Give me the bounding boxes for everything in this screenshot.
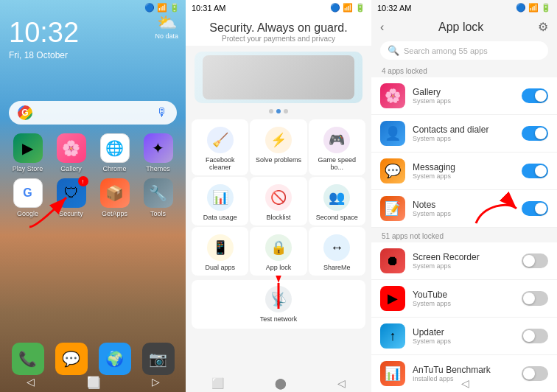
search-bar[interactable]: G 🎙: [9, 101, 177, 125]
home-screen: 🔵 📶 🔋 10:32 Fri, 18 October ⛅ No data G …: [0, 0, 186, 392]
al-app-messaging: 💬 Messaging System apps: [371, 153, 557, 190]
sec-item-applock[interactable]: 🔒 App lock: [250, 227, 306, 276]
second-space-label: Second space: [316, 214, 358, 221]
sec-item-facebook-cleaner[interactable]: 🧹 Facebook cleaner: [192, 119, 248, 175]
updater-toggle[interactable]: [522, 329, 548, 343]
app-gallery[interactable]: 🌸 Gallery: [52, 133, 91, 172]
al-status-icons: 🔵 📶 🔋: [516, 3, 551, 13]
dot-1: [269, 109, 273, 113]
app-play-store[interactable]: ▶ Play Store: [9, 133, 47, 172]
gallery-app-sub: System apps: [413, 97, 514, 105]
al-app-updater: ↑ Updater System apps: [371, 318, 557, 355]
sec-item-shareme[interactable]: ↔ ShareMe: [309, 227, 365, 276]
al-search-icon: 🔍: [388, 45, 399, 56]
gallery-toggle[interactable]: [522, 88, 548, 103]
al-status-bar: 10:32 AM 🔵 📶 🔋: [371, 0, 557, 15]
security-panel: 10:31 AM 🔵 📶 🔋 Security. Always on guard…: [186, 0, 371, 392]
app-tools[interactable]: 🔧 Tools: [139, 178, 178, 217]
al-header: ‹ App lock ⚙: [371, 15, 557, 38]
sec-status-bar: 10:31 AM 🔵 📶 🔋: [186, 0, 371, 15]
app-getapps[interactable]: 📦 GetApps: [96, 178, 134, 217]
youtube-info: YouTube System apps: [413, 290, 514, 307]
al-settings-icon[interactable]: ⚙: [538, 20, 548, 34]
app-row-2: G Google 🛡 ! Security 📦 GetApps 🔧 Tools: [0, 175, 186, 220]
weather-icon: ⛅: [155, 13, 178, 32]
gallery-label: Gallery: [60, 165, 82, 172]
app-security[interactable]: 🛡 ! Security: [52, 178, 91, 217]
messaging-app-sub: System apps: [413, 172, 514, 180]
google-label: Google: [17, 210, 38, 217]
youtube-icon: ▶: [380, 286, 405, 311]
al-app-notes: 📝 Notes System apps: [371, 190, 557, 228]
play-store-label: Play Store: [13, 165, 43, 172]
al-app-gallery: 🌸 Gallery System apps: [371, 77, 557, 115]
nav-recent[interactable]: ▷: [152, 376, 160, 388]
sec-subtitle: Protect your payments and privacy: [195, 35, 362, 43]
dock-browser[interactable]: 🌍: [96, 343, 134, 377]
al-unlocked-label: 51 apps not locked: [371, 228, 557, 242]
shareme-label: ShareMe: [323, 264, 351, 271]
sec-status-icons: 🔵 📶 🔋: [330, 3, 365, 13]
nav-back[interactable]: ◁: [27, 376, 35, 388]
screen-recorder-toggle[interactable]: [522, 253, 548, 268]
al-nav-recent[interactable]: ◁: [461, 377, 469, 389]
dual-apps-label: Dual apps: [205, 264, 235, 271]
sec-red-arrow: [260, 276, 297, 312]
app-themes[interactable]: ✦ Themes: [139, 133, 178, 172]
contacts-toggle[interactable]: [522, 126, 548, 141]
dock-phone[interactable]: 📞: [9, 343, 47, 377]
messaging-app-name: Messaging: [413, 162, 514, 172]
sec-item-second-space[interactable]: 👥 Second space: [309, 177, 365, 225]
home-nav-bar: ◁ ⬜ ▷: [0, 374, 186, 389]
dock-camera[interactable]: 📷: [139, 343, 178, 377]
mic-icon[interactable]: 🎙: [156, 106, 168, 119]
sec-items-grid: 🧹 Facebook cleaner ⚡ Solve problems 🎮 Ga…: [186, 116, 371, 279]
screen-recorder-info: Screen Recorder System apps: [413, 252, 514, 270]
app-row-1: ▶ Play Store 🌸 Gallery 🌐 Chrome ✦ Themes: [0, 130, 186, 175]
data-usage-label: Data usage: [203, 214, 237, 221]
sec-item-game-speed[interactable]: 🎮 Game speed bo...: [309, 119, 365, 175]
screen-recorder-icon: ⏺: [380, 248, 405, 273]
updater-name: Updater: [413, 327, 514, 337]
al-app-screen-recorder: ⏺ Screen Recorder System apps: [371, 242, 557, 280]
nav-home[interactable]: ⬜: [87, 376, 99, 388]
weather-label: No data: [155, 32, 178, 40]
app-google[interactable]: G Google: [9, 178, 47, 217]
home-status-icons: 🔵 📶 🔋: [144, 3, 180, 13]
al-back-icon[interactable]: ‹: [380, 21, 384, 34]
dock-messages[interactable]: 💬: [52, 343, 91, 377]
al-search-bar[interactable]: 🔍 Search among 55 apps: [380, 41, 548, 60]
updater-icon: ↑: [380, 323, 405, 349]
al-app-contacts: 👤 Contacts and dialer System apps: [371, 115, 557, 153]
notes-app-icon: 📝: [380, 196, 405, 221]
security-label: Security: [59, 210, 83, 217]
screen-recorder-name: Screen Recorder: [413, 252, 514, 262]
antutu-name: AnTuTu Benchmark: [413, 365, 514, 375]
facebook-cleaner-label: Facebook cleaner: [195, 156, 245, 171]
al-title: App lock: [390, 21, 532, 34]
dot-3: [284, 109, 288, 113]
al-red-arrow: [469, 190, 528, 227]
app-chrome[interactable]: 🌐 Chrome: [96, 133, 134, 172]
sec-item-blocklist[interactable]: 🚫 Blocklist: [250, 177, 306, 225]
youtube-name: YouTube: [413, 290, 514, 300]
security-badge: !: [78, 176, 88, 186]
sec-item-data-usage[interactable]: 📊 Data usage: [192, 177, 248, 225]
applock-panel: 10:32 AM 🔵 📶 🔋 ‹ App lock ⚙ 🔍 Search amo…: [371, 0, 557, 392]
themes-label: Themes: [146, 165, 170, 172]
sec-title: Security. Always on guard.: [195, 21, 362, 35]
al-search-placeholder: Search among 55 apps: [404, 46, 488, 55]
sec-item-dual-apps[interactable]: 📱 Dual apps: [192, 227, 248, 276]
messaging-toggle[interactable]: [522, 164, 548, 178]
sec-item-solve-problems[interactable]: ⚡ Solve problems: [250, 119, 306, 175]
youtube-toggle[interactable]: [522, 291, 548, 306]
google-logo: G: [18, 105, 32, 120]
messaging-app-icon: 💬: [380, 158, 405, 183]
chrome-label: Chrome: [102, 165, 126, 172]
sec-dots: [186, 109, 371, 113]
home-date: Fri, 18 October: [0, 50, 186, 60]
contacts-app-sub: System apps: [413, 135, 514, 142]
youtube-sub: System apps: [413, 300, 514, 307]
al-locked-label: 4 apps locked: [371, 63, 557, 77]
gallery-app-info: Gallery System apps: [413, 87, 514, 105]
